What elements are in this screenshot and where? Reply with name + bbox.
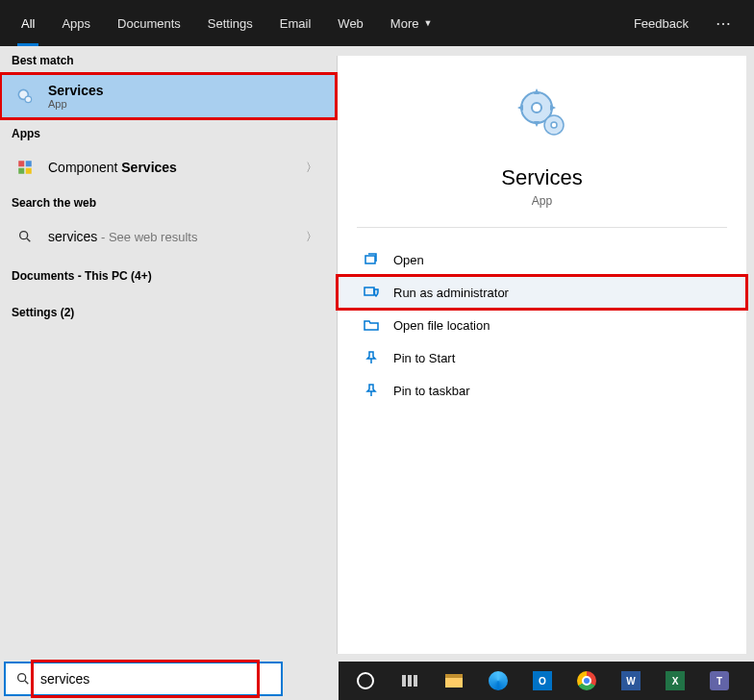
svg-rect-12 bbox=[365, 256, 375, 263]
svg-rect-5 bbox=[26, 168, 32, 174]
tab-more[interactable]: More ▼ bbox=[377, 0, 446, 46]
excel-icon: X bbox=[666, 671, 685, 690]
search-results-body: Best match Services App Apps Component S… bbox=[0, 46, 754, 662]
search-filter-tabs: All Apps Documents Settings Email Web Mo… bbox=[0, 0, 754, 46]
svg-line-15 bbox=[25, 681, 28, 684]
tab-email[interactable]: Email bbox=[266, 0, 325, 46]
taskbar-excel[interactable]: X bbox=[654, 662, 696, 700]
apps-section-header: Apps bbox=[0, 119, 337, 146]
tab-more-label: More bbox=[390, 16, 419, 31]
gear-services-icon bbox=[13, 85, 37, 108]
taskbar-chrome[interactable] bbox=[566, 662, 608, 700]
svg-rect-4 bbox=[18, 168, 24, 174]
preview-title: Services bbox=[501, 165, 582, 190]
results-left-column: Best match Services App Apps Component S… bbox=[0, 46, 337, 662]
web-result-services[interactable]: services - See web results 〉 bbox=[0, 215, 337, 258]
action-pin-start-label: Pin to Start bbox=[393, 351, 455, 365]
pin-start-icon bbox=[363, 349, 380, 366]
action-open-loc-label: Open file location bbox=[393, 318, 490, 333]
taskbar-edge[interactable] bbox=[477, 662, 519, 700]
edge-icon bbox=[489, 671, 508, 690]
folder-icon bbox=[363, 316, 380, 334]
chevron-right-icon: 〉 bbox=[300, 229, 323, 245]
admin-shield-icon bbox=[363, 284, 380, 301]
settings-section-header[interactable]: Settings (2) bbox=[0, 294, 337, 331]
svg-point-6 bbox=[20, 232, 28, 239]
search-web-header: Search the web bbox=[0, 188, 337, 215]
web-result-text: services - See web results bbox=[48, 229, 300, 244]
outlook-icon: O bbox=[533, 671, 552, 690]
action-run-as-administrator[interactable]: Run as administrator bbox=[338, 276, 746, 309]
documents-section-header[interactable]: Documents - This PC (4+) bbox=[0, 258, 337, 294]
tab-web[interactable]: Web bbox=[324, 0, 377, 46]
chevron-down-icon: ▼ bbox=[423, 18, 432, 28]
tab-settings[interactable]: Settings bbox=[194, 0, 266, 46]
apps-result-text: Component Services bbox=[48, 160, 300, 175]
taskbar-cortana[interactable] bbox=[344, 662, 387, 700]
teams-icon: T bbox=[710, 671, 729, 690]
search-icon bbox=[6, 671, 40, 687]
open-icon bbox=[363, 251, 380, 268]
taskbar-teams[interactable]: T bbox=[698, 662, 741, 700]
component-services-icon bbox=[13, 156, 37, 179]
cortana-icon bbox=[357, 672, 374, 689]
best-match-text: Services App bbox=[48, 83, 323, 110]
chevron-right-icon: 〉 bbox=[300, 160, 323, 176]
feedback-link[interactable]: Feedback bbox=[620, 16, 702, 31]
action-open-label: Open bbox=[393, 253, 424, 267]
best-match-subtitle: App bbox=[48, 98, 323, 110]
tab-all[interactable]: All bbox=[8, 0, 48, 46]
action-run-admin-label: Run as administrator bbox=[393, 286, 509, 300]
best-match-result-services[interactable]: Services App bbox=[0, 73, 337, 119]
action-pin-to-taskbar[interactable]: Pin to taskbar bbox=[338, 374, 746, 407]
taskbar-file-explorer[interactable] bbox=[433, 662, 475, 700]
web-result-title: services - See web results bbox=[48, 229, 300, 244]
taskbar-task-view[interactable] bbox=[389, 662, 431, 700]
svg-point-1 bbox=[25, 96, 32, 103]
preview-actions: Open Run as administrator Open file loca… bbox=[338, 228, 746, 422]
svg-rect-2 bbox=[18, 161, 24, 166]
svg-point-9 bbox=[532, 103, 541, 112]
task-view-icon bbox=[402, 675, 417, 687]
word-icon: W bbox=[621, 671, 641, 690]
preview-panel: Services App Open Run as administrator bbox=[337, 56, 746, 654]
file-explorer-icon bbox=[445, 674, 463, 688]
best-match-title: Services bbox=[48, 83, 323, 98]
svg-rect-3 bbox=[26, 161, 32, 166]
chrome-icon bbox=[577, 671, 596, 690]
preview-header: Services App bbox=[357, 56, 727, 228]
search-input[interactable] bbox=[40, 671, 281, 687]
tab-documents[interactable]: Documents bbox=[104, 0, 194, 46]
action-pin-taskbar-label: Pin to taskbar bbox=[393, 384, 470, 398]
search-box[interactable] bbox=[4, 662, 283, 696]
services-app-icon bbox=[514, 85, 571, 142]
svg-point-14 bbox=[18, 674, 26, 682]
preview-subtitle: App bbox=[532, 194, 552, 208]
apps-result-title: Component Services bbox=[48, 160, 300, 175]
svg-point-11 bbox=[551, 122, 557, 128]
options-menu-icon[interactable]: ⋯ bbox=[702, 14, 746, 33]
best-match-header: Best match bbox=[0, 46, 337, 73]
svg-rect-13 bbox=[364, 288, 374, 295]
taskbar-word[interactable]: W bbox=[610, 662, 652, 700]
action-pin-to-start[interactable]: Pin to Start bbox=[338, 341, 746, 374]
pin-taskbar-icon bbox=[363, 382, 380, 399]
action-open[interactable]: Open bbox=[338, 243, 746, 276]
tab-apps[interactable]: Apps bbox=[48, 0, 104, 46]
action-open-file-location[interactable]: Open file location bbox=[338, 309, 746, 341]
apps-result-component-services[interactable]: Component Services 〉 bbox=[0, 146, 337, 188]
taskbar-outlook[interactable]: O bbox=[521, 662, 564, 700]
svg-line-7 bbox=[27, 238, 30, 241]
taskbar: O W X T bbox=[339, 662, 754, 700]
search-icon bbox=[13, 225, 37, 248]
